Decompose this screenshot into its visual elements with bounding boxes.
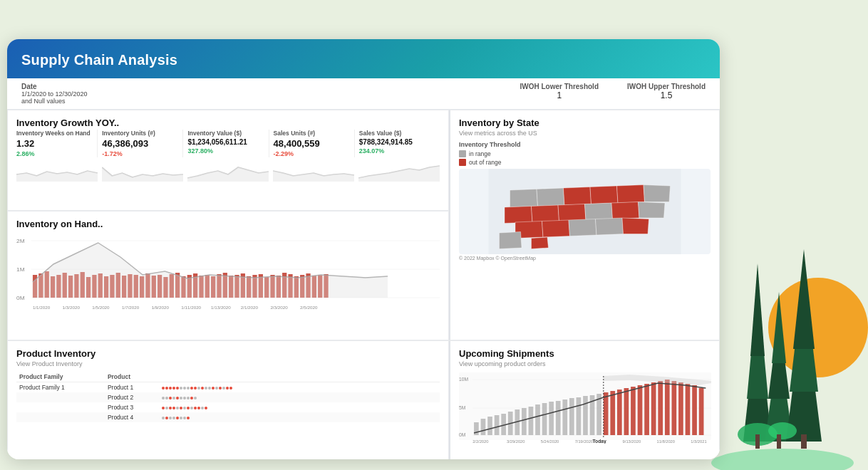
dot bbox=[229, 387, 232, 390]
svg-rect-105 bbox=[651, 382, 656, 435]
svg-rect-95 bbox=[583, 396, 588, 435]
dot bbox=[222, 387, 225, 390]
inventory-on-hand-chart: 2M 1M 0M bbox=[16, 232, 440, 310]
inventory-on-hand-title: Inventory on Hand.. bbox=[16, 219, 440, 229]
svg-marker-130 bbox=[786, 299, 822, 442]
metric-sales-units: Sales Units (#) 48,400,559 -2.29% bbox=[274, 130, 355, 157]
svg-text:5/24/2020: 5/24/2020 bbox=[541, 439, 559, 444]
table-row: Product Family 1 Product 1 bbox=[16, 382, 440, 392]
svg-text:11/8/2020: 11/8/2020 bbox=[656, 439, 675, 444]
dot bbox=[165, 407, 168, 409]
date-range: 1/1/2020 to 12/30/2020 bbox=[21, 90, 88, 98]
svg-marker-125 bbox=[747, 285, 768, 399]
svg-text:9/13/2020: 9/13/2020 bbox=[623, 439, 641, 444]
inventory-growth-title: Inventory Growth YOY.. bbox=[16, 118, 440, 128]
dot bbox=[165, 387, 168, 390]
projected-sales-chart: 10M 5M 0M bbox=[459, 372, 711, 440]
svg-rect-111 bbox=[692, 385, 697, 435]
dot bbox=[169, 407, 172, 409]
thresholds: IWOH Lower Threshold 1 IWOH Upper Thresh… bbox=[520, 83, 706, 100]
dot bbox=[176, 417, 179, 419]
product-inventory-table: Product Family Product Product Family 1 … bbox=[16, 372, 440, 422]
svg-point-134 bbox=[768, 422, 797, 439]
svg-marker-131 bbox=[790, 271, 818, 392]
inventory-by-state-section: Inventory by State View metrics across t… bbox=[449, 110, 720, 340]
metric-label-2: Inventory Units (#) bbox=[102, 130, 178, 137]
family-2 bbox=[16, 392, 105, 402]
dot bbox=[180, 397, 182, 400]
metric-label-5: Sales Value ($) bbox=[359, 130, 435, 137]
dot bbox=[194, 387, 197, 390]
svg-rect-101 bbox=[624, 388, 629, 435]
svg-rect-104 bbox=[644, 384, 649, 435]
svg-text:1M: 1M bbox=[16, 266, 25, 273]
sparklines bbox=[16, 160, 440, 182]
dot bbox=[165, 417, 168, 419]
date-filter: Date 1/1/2020 to 12/30/2020 and Null val… bbox=[21, 83, 88, 105]
metric-inventory-value: Inventory Value ($) $1,234,056,611.21 32… bbox=[187, 130, 269, 157]
table-row: Product 4 bbox=[16, 412, 440, 422]
svg-text:Today: Today bbox=[593, 439, 606, 444]
upcoming-shipments-subtitle: View upcoming product orders bbox=[459, 360, 711, 367]
us-map bbox=[459, 169, 711, 254]
dot bbox=[169, 387, 172, 390]
svg-text:10M: 10M bbox=[459, 377, 468, 382]
dot bbox=[169, 397, 172, 400]
filter-bar: Date 1/1/2020 to 12/30/2020 and Null val… bbox=[7, 78, 720, 110]
dot bbox=[180, 417, 182, 419]
dot bbox=[172, 397, 175, 400]
dot bbox=[165, 397, 168, 400]
product-3: Product 3 bbox=[105, 402, 160, 412]
product-inventory-title: Product Inventory bbox=[16, 348, 440, 359]
dot bbox=[162, 407, 165, 409]
svg-rect-109 bbox=[678, 382, 683, 435]
dot bbox=[172, 407, 175, 409]
svg-rect-92 bbox=[562, 400, 567, 435]
dot bbox=[162, 417, 165, 419]
svg-text:3/29/2020: 3/29/2020 bbox=[507, 439, 525, 444]
legend-in-range: in range bbox=[459, 150, 711, 157]
svg-text:2/3/2020: 2/3/2020 bbox=[270, 305, 288, 310]
svg-rect-87 bbox=[529, 407, 534, 435]
svg-rect-86 bbox=[522, 408, 527, 435]
svg-rect-110 bbox=[686, 384, 691, 435]
svg-rect-93 bbox=[569, 398, 574, 435]
dot bbox=[183, 397, 186, 400]
iwoh-lower-label: IWOH Lower Threshold bbox=[520, 83, 599, 90]
svg-text:1/3/2021: 1/3/2021 bbox=[691, 439, 706, 444]
col-dots bbox=[159, 372, 440, 382]
main-content: Inventory Growth YOY.. Inventory Weeks o… bbox=[7, 110, 720, 459]
svg-rect-136 bbox=[755, 434, 760, 449]
svg-rect-82 bbox=[495, 415, 500, 435]
svg-marker-132 bbox=[793, 249, 815, 349]
dot bbox=[201, 407, 204, 409]
metric-sales-value: Sales Value ($) $788,324,914.85 234.07% bbox=[359, 130, 440, 157]
svg-rect-98 bbox=[604, 392, 609, 435]
metric-value-5: $788,324,914.85 bbox=[359, 138, 435, 146]
legend-dot-out-range bbox=[459, 159, 466, 166]
svg-point-133 bbox=[738, 423, 777, 446]
dot bbox=[180, 407, 182, 409]
legend-label-out-range: out of range bbox=[469, 159, 501, 166]
family-1: Product Family 1 bbox=[16, 382, 105, 392]
svg-rect-107 bbox=[665, 380, 670, 435]
svg-text:1/11/2020: 1/11/2020 bbox=[181, 305, 201, 310]
dot bbox=[190, 407, 193, 409]
iwoh-upper-label: IWOH Upper Threshold bbox=[627, 83, 706, 90]
iwoh-upper: IWOH Upper Threshold 1.5 bbox=[627, 83, 706, 100]
inventory-by-state-title: Inventory by State bbox=[459, 118, 711, 128]
metric-value-1: 1.32 bbox=[16, 138, 93, 149]
dot bbox=[162, 387, 165, 390]
metric-change-1: 2.86% bbox=[16, 150, 93, 157]
metric-value-4: 48,400,559 bbox=[274, 138, 350, 149]
dot bbox=[208, 387, 211, 390]
svg-text:1/3/2020: 1/3/2020 bbox=[63, 305, 81, 310]
dot bbox=[190, 397, 193, 400]
metric-inventory-units: Inventory Units (#) 46,386,093 -1.72% bbox=[102, 130, 183, 157]
dot bbox=[187, 407, 190, 409]
dot bbox=[176, 397, 179, 400]
sparkline-2 bbox=[102, 160, 183, 182]
svg-text:1/5/2020: 1/5/2020 bbox=[92, 305, 110, 310]
dots-4 bbox=[159, 412, 440, 422]
dot bbox=[226, 387, 229, 390]
